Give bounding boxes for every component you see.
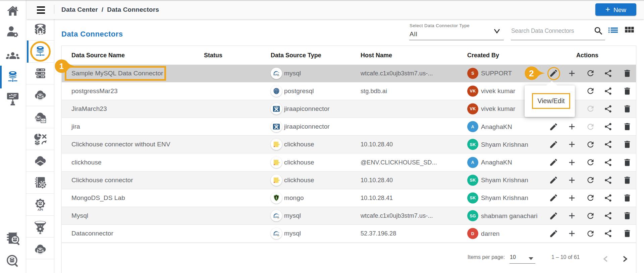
svg-text:MySQL: MySQL <box>273 234 279 236</box>
svg-text:MySQL: MySQL <box>273 216 279 218</box>
svg-text:2: 2 <box>529 68 534 78</box>
svg-text:</>: </> <box>41 119 45 122</box>
svg-text:API: API <box>37 208 43 211</box>
svg-text:MySQL: MySQL <box>273 73 279 75</box>
svg-text:1: 1 <box>59 62 64 71</box>
